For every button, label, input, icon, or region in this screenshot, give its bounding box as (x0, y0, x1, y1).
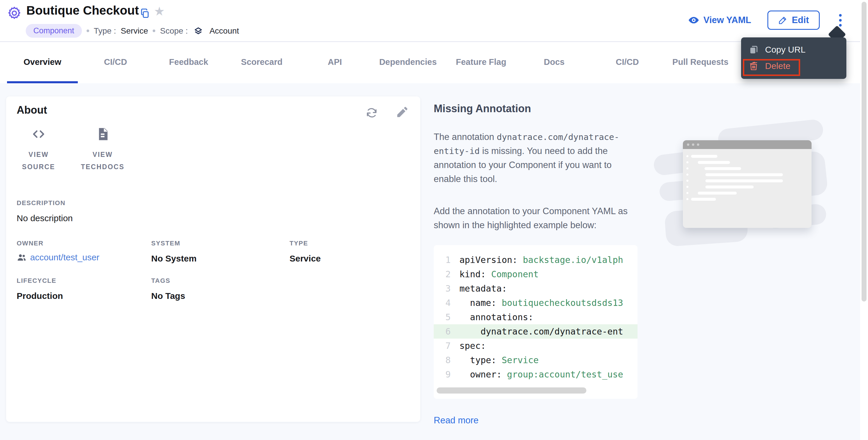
copy-name-icon[interactable] (140, 8, 150, 19)
code-brackets-icon (31, 127, 46, 141)
lifecycle-label: LIFECYCLE (17, 277, 151, 284)
description-label: DESCRIPTION (17, 199, 73, 207)
view-yaml-label: View YAML (703, 15, 751, 26)
type-label: Type : (94, 26, 116, 36)
page-scrollbar-track (860, 0, 868, 440)
view-techdocs-link[interactable]: VIEW TECHDOCS (76, 127, 129, 173)
copy-icon (749, 45, 758, 55)
refresh-icon[interactable] (365, 106, 378, 119)
yaml-line: 8 type: Service (434, 353, 638, 367)
tab-dependencies[interactable]: Dependencies (371, 42, 444, 83)
kind-badge: Component (26, 24, 82, 38)
about-card-title: About (17, 104, 47, 116)
missing-annotation-text: The annotation dynatrace.com/dynatrace-e… (434, 130, 638, 186)
menu-item-copy-url[interactable]: Copy URL (741, 41, 846, 58)
yaml-line: 2kind: Component (434, 267, 638, 281)
yaml-code-block: 1apiVersion: backstage.io/v1alph 2kind: … (434, 245, 638, 399)
delete-label: Delete (765, 61, 790, 71)
window-titlebar (683, 140, 811, 149)
tab-api[interactable]: API (298, 42, 371, 83)
type-field-value: Service (289, 253, 377, 264)
view-source-label: VIEW SOURCE (17, 148, 61, 173)
content-area: About VIEW SOURCE (0, 83, 868, 440)
missing-annotation-panel: Missing Annotation The annotation dynatr… (434, 103, 638, 426)
lifecycle-value: Production (17, 291, 151, 301)
browser-window-graphic (683, 140, 811, 228)
system-value: No System (151, 253, 289, 264)
people-icon (17, 252, 27, 262)
scope-value: Account (209, 26, 239, 36)
entity-meta-row: Component Type : Service Scope : Account (26, 24, 239, 38)
tags-value: No Tags (151, 291, 289, 301)
yaml-line-highlighted: 6 dynatrace.com/dynatrace-ent (434, 324, 638, 339)
tab-cicd-2[interactable]: CI/CD (591, 42, 664, 83)
layers-icon (194, 26, 203, 36)
document-icon (95, 127, 110, 141)
pencil-icon (778, 15, 787, 25)
tags-label: TAGS (151, 277, 289, 284)
yaml-line: 4 name: boutiquecheckoutsdsds13 (434, 296, 638, 310)
tab-feature-flag[interactable]: Feature Flag (444, 42, 518, 83)
description-value: No description (17, 213, 73, 223)
tab-docs[interactable]: Docs (518, 42, 591, 83)
tab-scorecard[interactable]: Scorecard (225, 42, 298, 83)
tab-pull-requests[interactable]: Pull Requests (664, 42, 737, 83)
scope-label: Scope : (160, 26, 188, 36)
header-actions: View YAML Edit (688, 10, 845, 30)
tab-overview[interactable]: Overview (6, 42, 79, 83)
tab-cicd[interactable]: CI/CD (79, 42, 152, 83)
yaml-line: 1apiVersion: backstage.io/v1alph (434, 253, 638, 267)
eye-icon (688, 14, 699, 26)
read-more-link[interactable]: Read more (434, 415, 478, 426)
entity-header: Boutique Checkout ★ Component Type : Ser… (0, 0, 868, 42)
entity-tab-bar: Overview CI/CD Feedback Scorecard API De… (0, 42, 868, 83)
owner-value: account/test_user (30, 252, 99, 262)
view-source-link[interactable]: VIEW SOURCE (17, 127, 61, 173)
component-gear-icon (7, 6, 22, 21)
type-value: Service (121, 26, 148, 36)
missing-annotation-title: Missing Annotation (434, 103, 638, 115)
owner-link[interactable]: account/test_user (17, 252, 151, 262)
edit-button[interactable]: Edit (767, 10, 820, 30)
yaml-line: 9 owner: group:account/test_use (434, 367, 638, 381)
meta-separator-dot (87, 30, 89, 32)
trash-icon (749, 61, 758, 71)
empty-state-illustration (642, 118, 835, 256)
yaml-line: 3metadata: (434, 281, 638, 296)
edit-label: Edit (792, 15, 809, 26)
yaml-line: 7spec: (434, 339, 638, 353)
about-card: About VIEW SOURCE (6, 96, 420, 422)
context-menu: Copy URL Delete (741, 37, 846, 79)
type-field-label: TYPE (289, 240, 377, 247)
favorite-star-icon[interactable]: ★ (154, 4, 165, 19)
view-techdocs-label: VIEW TECHDOCS (76, 148, 129, 173)
tab-feedback[interactable]: Feedback (152, 42, 225, 83)
menu-item-delete[interactable]: Delete (741, 58, 846, 74)
page-title: Boutique Checkout (26, 3, 139, 18)
page-scrollbar-thumb[interactable] (862, 2, 867, 302)
view-yaml-button[interactable]: View YAML (688, 14, 751, 26)
yaml-line: 5 annotations: (434, 310, 638, 324)
edit-about-pencil-icon[interactable] (395, 106, 408, 119)
meta-separator-dot (153, 30, 155, 32)
system-label: SYSTEM (151, 240, 289, 247)
owner-label: OWNER (17, 240, 151, 247)
copy-url-label: Copy URL (765, 45, 805, 55)
code-horizontal-scrollbar[interactable] (437, 387, 586, 394)
add-annotation-text: Add the annotation to your Component YAM… (434, 204, 638, 232)
